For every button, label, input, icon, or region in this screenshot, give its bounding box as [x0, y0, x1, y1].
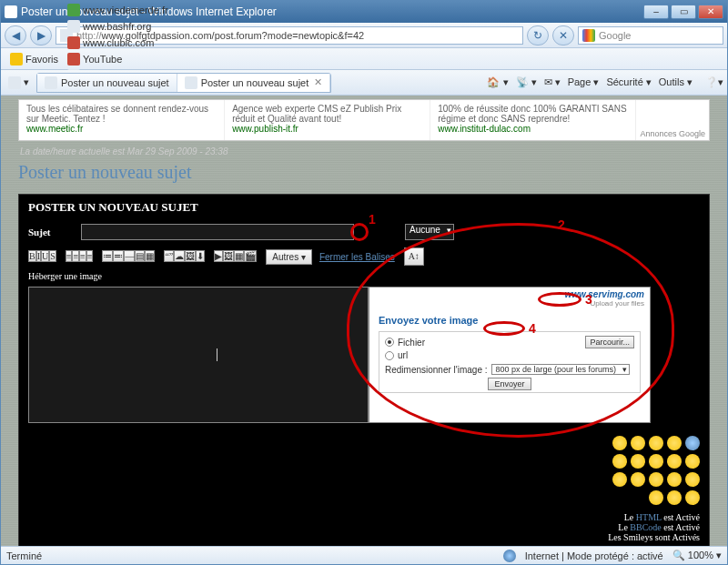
bookmark[interactable]: www.bashfr.org — [64, 18, 172, 35]
form-header: POSTER UN NOUVEAU SUJET — [19, 195, 709, 220]
align-button-3[interactable]: ≡ — [86, 250, 94, 262]
google-icon — [582, 29, 595, 42]
message-textarea[interactable] — [28, 287, 369, 423]
tab[interactable]: Poster un nouveau sujet — [37, 74, 177, 92]
ad[interactable]: Tous les célibataires se donnent rendez-… — [19, 100, 225, 140]
media-button-0[interactable]: ▶ — [214, 250, 223, 262]
editor-toolbar: BIUS ≡≡≡≡ ≔≕—▤▦ “”☁🖼⬇ ▶🖼▦🎬 Autres ▾ Ferm… — [19, 244, 709, 269]
list-button-1[interactable]: ≕ — [113, 250, 124, 262]
format-status: Le HTML est Activé Le BBCode est Activé … — [599, 509, 709, 546]
autres-button[interactable]: Autres ▾ — [266, 249, 312, 265]
close-button[interactable]: ✕ — [698, 5, 723, 19]
quick-tabs[interactable]: ▾ — [5, 75, 33, 91]
tab[interactable]: Poster un nouveau sujet✕ — [177, 74, 331, 92]
media-button-1[interactable]: 🖼 — [223, 250, 234, 262]
bookmark[interactable]: YouTube — [64, 51, 172, 67]
ie-icon — [5, 5, 17, 18]
status-bar: Terminé Internet | Mode protégé : activé… — [1, 546, 727, 564]
list-button-2[interactable]: — — [124, 250, 135, 262]
radio-url[interactable] — [385, 351, 394, 360]
list-button-3[interactable]: ▤ — [135, 250, 145, 262]
upload-send-button[interactable]: Envoyer — [488, 378, 531, 390]
ads-label: Annonces Google — [636, 127, 709, 140]
icon-dropdown[interactable]: Aucune — [405, 224, 454, 240]
ad[interactable]: Agence web experte CMS eZ Publish Prix r… — [225, 100, 430, 140]
insert-button-1[interactable]: ☁ — [174, 250, 185, 262]
zoom-level[interactable]: 🔍 100% ▾ — [672, 550, 722, 561]
smileys — [600, 432, 709, 509]
zone-text: Internet | Mode protégé : activé — [525, 550, 663, 561]
smiley-icon[interactable] — [612, 436, 627, 450]
image-upload-panel: www.servimg.comUpload your files Envoyez… — [369, 287, 651, 423]
help-button[interactable]: ❔▾ — [705, 76, 723, 88]
list-button-0[interactable]: ≔ — [102, 250, 113, 262]
menu-outils[interactable]: Outils ▾ — [659, 76, 693, 88]
search-box[interactable]: Google — [578, 26, 723, 45]
forward-button[interactable]: ▶ — [30, 25, 52, 45]
media-button-3[interactable]: 🎬 — [244, 250, 257, 262]
bookmark[interactable]: www.viedemerde.fr — [64, 2, 172, 18]
favorites-bar: Favoris Golf VI GTDwww.mininova.orgwww.v… — [1, 48, 727, 70]
minimize-button[interactable]: – — [643, 5, 669, 19]
insert-button-2[interactable]: 🖼 — [185, 250, 196, 262]
radio-file[interactable] — [385, 338, 394, 347]
status-text: Terminé — [6, 550, 42, 561]
subject-label: Sujet — [28, 227, 74, 237]
servimg-brand: www.servimg.com — [565, 289, 644, 299]
host-image-label: Héberger une image — [19, 269, 709, 283]
list-button-4[interactable]: ▦ — [145, 250, 155, 262]
datetime: La date/heure actuelle est Mar 29 Sep 20… — [20, 146, 708, 156]
feeds-button[interactable]: 📡 ▾ — [516, 76, 537, 88]
favorites-button[interactable]: Favoris — [6, 51, 62, 67]
subject-input[interactable] — [81, 224, 354, 240]
grid-icon — [8, 76, 21, 89]
menu-page[interactable]: Page ▾ — [568, 76, 600, 88]
mail-button[interactable]: ✉ ▾ — [544, 76, 561, 88]
menu-sécurité[interactable]: Sécurité ▾ — [606, 76, 651, 88]
back-button[interactable]: ◀ — [5, 25, 26, 45]
ad[interactable]: 100% de réussite donc 100% GARANTI SANS … — [430, 100, 636, 140]
star-icon — [10, 53, 23, 66]
stop-button[interactable]: ✕ — [552, 25, 574, 45]
page-title: Poster un nouveau sujet — [18, 162, 710, 183]
close-tags-link[interactable]: Fermer les Balises — [319, 252, 395, 262]
insert-button-3[interactable]: ⬇ — [196, 250, 205, 262]
post-form: POSTER UN NOUVEAU SUJET Sujet Aucune BIU… — [18, 194, 710, 546]
content-viewport: Tous les célibataires se donnent rendez-… — [1, 96, 727, 546]
maximize-button[interactable]: ▭ — [671, 5, 696, 19]
home-button[interactable]: 🏠 ▾ — [487, 76, 508, 88]
align-button-1[interactable]: ≡ — [72, 250, 79, 262]
media-button-2[interactable]: ▦ — [234, 250, 244, 262]
refresh-button[interactable]: ↻ — [527, 25, 549, 45]
browse-button[interactable]: Parcourir... — [585, 336, 634, 348]
tab-row: ▾ Poster un nouveau sujetPoster un nouve… — [1, 70, 727, 96]
upload-title: Envoyez votre image — [379, 315, 641, 326]
fmt-button-2[interactable]: U — [41, 250, 49, 262]
globe-icon — [503, 550, 516, 562]
align-button-2[interactable]: ≡ — [79, 250, 86, 262]
fmt-button-3[interactable]: S — [49, 250, 56, 262]
bookmark[interactable]: www.clubic.com — [64, 35, 172, 51]
ads-block: Tous les célibataires se donnent rendez-… — [18, 99, 710, 141]
resize-select[interactable]: 800 px de large (pour les forums) — [491, 364, 631, 375]
font-size-button[interactable]: A↕ — [404, 247, 424, 266]
insert-button-0[interactable]: “” — [164, 250, 174, 262]
fmt-button-0[interactable]: B — [28, 250, 36, 262]
